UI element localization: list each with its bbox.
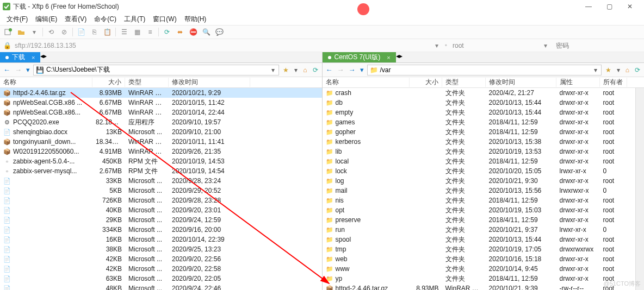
col-owner[interactable]: 所有者 [600,78,627,87]
transfer-icon[interactable]: ⬌ [175,27,185,37]
user-input[interactable] [450,42,537,49]
history-dropdown[interactable]: ▾ [359,66,365,74]
file-row[interactable]: 📁www文件夹2020/10/14, 9:45drwxr-xr-xroot [323,264,645,274]
file-row[interactable]: 📁spool文件夹2020/10/13, 15:44drwxr-xr-xroot [323,235,645,244]
file-row[interactable]: 📄334KBMicrosoft ...2020/9/16, 20:00 [0,225,322,235]
back-button[interactable]: ← [325,66,334,74]
bookmark-dd[interactable]: ▾ [293,66,299,74]
open-icon[interactable] [16,27,26,37]
col-mtime[interactable]: 修改时间 [169,78,250,87]
new-session-icon[interactable] [3,27,13,37]
sftp-address-input[interactable] [15,42,429,49]
file-row[interactable]: 📁nis文件夹2018/4/11, 12:59drwxr-xr-xroot [323,196,645,205]
file-row[interactable]: 📦npWebSeal.CGB.x86...6.67MBWinRAR ZI...2… [0,108,322,117]
col-name[interactable]: 名称 [323,78,410,87]
remote-file-list[interactable]: 📁crash文件夹2020/4/2, 21:27drwxr-xr-xroot📁d… [323,88,645,290]
close-button[interactable]: ✕ [624,3,635,10]
menu-file[interactable]: 文件(F) [3,14,31,25]
file-row[interactable]: 📁empty文件夹2020/10/13, 15:44drwxr-xr-xroot [323,108,645,117]
close-tab-icon[interactable]: × [387,54,390,61]
remote-path-box[interactable]: 📁 /var ▾ [367,65,602,75]
menu-view[interactable]: 查看(V) [61,14,90,25]
close-tab-icon[interactable]: × [32,54,35,61]
file-row[interactable]: 📄42KBMicrosoft ...2020/9/20, 22:58 [0,264,322,274]
file-row[interactable]: 📄48KBMicrosoft ...2020/9/24, 22:46 [0,283,322,290]
file-row[interactable]: 📦npWebSeal.CGB.x86 ...6.67MBWinRAR ZI...… [0,98,322,108]
file-row[interactable]: 📁lib文件夹2020/10/19, 13:53drwxr-xr-xroot [323,147,645,156]
file-row[interactable]: 📁tmp文件夹2020/10/19, 17:05drwxrwxrwxroot [323,244,645,254]
file-row[interactable]: 📁run文件夹2020/10/21, 9:37lrwxr-xr-x0 [323,225,645,235]
tab-next-icon[interactable]: ▸ [399,52,403,60]
col-size[interactable]: 大小 [410,78,442,87]
local-tab[interactable]: 下载 × [0,52,40,62]
properties-icon[interactable]: ☰ [119,27,129,37]
reconnect-icon[interactable]: ⟲ [46,27,56,37]
file-row[interactable]: 📁mail文件夹2020/10/13, 15:56lrwxrwxr-x0 [323,186,645,196]
file-row[interactable]: ▫zabbix-server-mysql...2.67MBRPM 文件2020/… [0,166,322,176]
password-input[interactable] [554,42,641,49]
stop-icon[interactable]: ⛔ [188,27,198,37]
file-row[interactable]: 📁gopher文件夹2018/4/11, 12:59drwxr-xr-xroot [323,127,645,137]
home-icon[interactable]: ⌂ [301,66,308,74]
forward-button[interactable]: → [336,66,345,74]
menu-window[interactable]: 窗口(W) [150,14,179,25]
file-row[interactable]: 📁opt文件夹2020/10/19, 15:03drwxr-xr-xroot [323,205,645,215]
file-row[interactable]: 📁kerberos文件夹2020/10/13, 15:38drwxr-xr-xr… [323,137,645,147]
remote-tab[interactable]: CentOS 7(UI版) × [323,52,396,62]
refresh-icon[interactable]: ⟳ [311,66,320,74]
file-row[interactable]: 📦httpd-2.4.46.tar.gz8.93MBWinRAR 压...202… [323,283,645,290]
file-row[interactable]: 📁games文件夹2018/4/11, 12:59drwxr-xr-xroot [323,117,645,127]
col-mtime[interactable]: 修改时间 [486,78,556,87]
search-icon[interactable]: 🔍 [201,27,211,37]
file-row[interactable]: 📁log文件夹2020/10/21, 9:30drwxr-xr-xroot [323,176,645,186]
col-type[interactable]: 类型 [442,78,486,87]
list-icon[interactable]: ≡ [145,27,155,37]
address-dropdown[interactable]: ▾ [432,42,442,49]
file-row[interactable]: 📁db文件夹2020/10/13, 15:44drwxr-xr-xroot [323,98,645,108]
file-row[interactable]: 📦httpd-2.4.46.tar.gz8.93MBWinRAR 压...202… [0,88,322,98]
bookmark-icon[interactable]: ★ [281,66,290,74]
user-dropdown[interactable]: ▾ [541,42,550,49]
paste-icon[interactable]: 📋 [102,27,112,37]
chat-icon[interactable]: 💬 [214,27,224,37]
file-row[interactable]: 📄726KBMicrosoft ...2020/9/28, 23:28 [0,196,322,205]
history-dropdown[interactable]: ▾ [25,66,31,74]
col-size[interactable]: 大小 [92,78,125,87]
file-row[interactable]: 📄shenqingbiao.docx13KBMicrosoft ...2020/… [0,127,322,137]
path-dropdown[interactable]: ▾ [270,66,276,74]
file-row[interactable]: 📄33KBMicrosoft ...2020/9/28, 23:24 [0,176,322,186]
disconnect-icon[interactable]: ⊘ [59,27,69,37]
local-path-box[interactable]: 💾 C:\Users\Joebee\下载 ▾ [33,65,279,75]
col-type[interactable]: 类型 [125,78,169,87]
copy-icon[interactable]: ⎘ [89,27,99,37]
col-name[interactable]: 名称 [0,78,92,87]
forward-button[interactable]: → [14,66,23,74]
col-attr[interactable]: 属性 [556,78,600,87]
refresh-icon[interactable]: ⟳ [633,66,642,74]
file-row[interactable]: 📁local文件夹2018/4/11, 12:59drwxr-xr-xroot [323,156,645,166]
file-row[interactable]: 📄42KBMicrosoft ...2020/9/20, 22:56 [0,254,322,264]
menu-tools[interactable]: 工具(T) [121,14,148,25]
file-row[interactable]: 📄29KBMicrosoft ...2020/9/24, 12:59 [0,215,322,225]
file-row[interactable]: 📄63KBMicrosoft ...2020/9/20, 22:05 [0,274,322,283]
file-row[interactable]: 📁lock文件夹2020/10/20, 15:05lrwxr-xr-x0 [323,166,645,176]
menu-edit[interactable]: 编辑(E) [32,14,60,25]
file-row[interactable]: 📦W020191220550060...4.91MBWinRAR 压...202… [0,147,322,156]
home-icon[interactable]: ⌂ [624,66,631,74]
maximize-button[interactable]: ▢ [604,3,615,10]
back-button[interactable]: ← [2,66,11,74]
file-row[interactable]: 📁web文件夹2020/10/16, 15:18drwxr-xr-xroot [323,254,645,264]
bookmark-icon[interactable]: ★ [604,66,613,74]
file-row[interactable]: 📁crash文件夹2020/4/2, 21:27drwxr-xr-xroot [323,88,645,98]
file-row[interactable]: ⚙PCQQ2020.exe82.18MB应用程序2020/9/10, 19:57 [0,117,322,127]
file-row[interactable]: ▫zabbix-agent-5.0.4-...450KBRPM 文件2020/1… [0,156,322,166]
file-row[interactable]: 📄16KBMicrosoft ...2020/10/14, 22:39 [0,235,322,244]
new-file-icon[interactable]: 📄 [76,27,86,37]
scrollbar[interactable] [635,88,644,290]
menu-help[interactable]: 帮助(H) [181,14,210,25]
path-dropdown[interactable]: ▾ [592,66,599,74]
menu-command[interactable]: 命令(C) [91,14,120,25]
sync-icon[interactable]: ⟳ [162,27,172,37]
file-row[interactable]: 📦tongxinyuanli_down...18.34MBWinRAR ZI..… [0,137,322,147]
file-row[interactable]: 📁preserve文件夹2018/4/11, 12:59drwxr-xr-xro… [323,215,645,225]
